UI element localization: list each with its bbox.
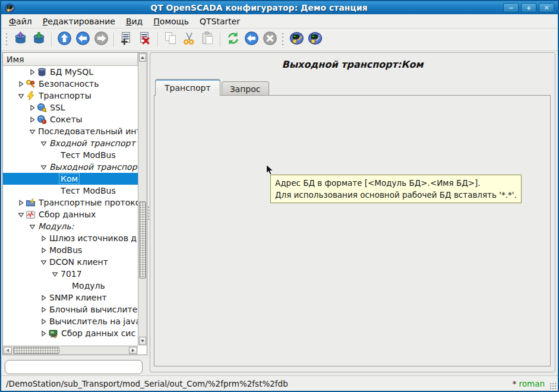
- titlebar[interactable]: QT OpenSCADA конфигуратор: Демо станция …: [1, 1, 558, 14]
- refresh-button[interactable]: [224, 31, 242, 49]
- refresh-icon: [226, 31, 241, 48]
- cut-item-button[interactable]: [180, 31, 198, 49]
- add-item-icon: [119, 31, 134, 48]
- tree-item-label: Ком: [59, 174, 79, 184]
- chevron-down-icon: [141, 340, 144, 342]
- load-from-db-button[interactable]: [11, 31, 30, 49]
- save-to-db-button[interactable]: [30, 31, 48, 49]
- tree-item[interactable]: Модуль: [3, 280, 138, 292]
- protocols-icon: [26, 198, 36, 207]
- tree-item-label: Модуль: [71, 281, 106, 290]
- scroll-left-button[interactable]: [4, 347, 12, 354]
- toolbar-separator: [157, 33, 159, 47]
- expander-open-icon[interactable]: [50, 270, 59, 277]
- tree-horizontal-scrollbar[interactable]: [3, 346, 138, 355]
- close-button[interactable]: ✕: [539, 3, 554, 12]
- expander-open-icon[interactable]: [39, 258, 48, 265]
- menu-item-5[interactable]: QTStarter: [194, 15, 245, 28]
- start-circle-icon: [244, 31, 259, 48]
- expander-closed-icon[interactable]: [28, 116, 37, 123]
- expander-open-icon[interactable]: [28, 223, 37, 230]
- tree-item[interactable]: Шлюз источников д: [3, 232, 138, 244]
- tree-item[interactable]: DCON клиент: [3, 256, 138, 268]
- stop-button: [261, 31, 279, 49]
- tree-item-label: 7017: [59, 269, 83, 279]
- tree-item[interactable]: Сбор данных: [3, 208, 138, 220]
- minimize-button[interactable]: −: [503, 3, 519, 12]
- tree-item[interactable]: Сокеты: [3, 113, 138, 125]
- tree-item[interactable]: SNMP клиент: [3, 292, 138, 304]
- menu-item-3[interactable]: Вид: [121, 15, 148, 28]
- tree-item[interactable]: Входной транспорт: [3, 137, 138, 149]
- horizontal-scroll-thumb[interactable]: [13, 347, 59, 354]
- tree-item[interactable]: Транспорты: [3, 90, 138, 102]
- tree-item-label: Последовательный инт: [37, 127, 138, 136]
- expander-closed-icon[interactable]: [39, 246, 48, 254]
- tree-filter-input[interactable]: [5, 360, 143, 374]
- qtstarter-tool-button[interactable]: [306, 31, 324, 49]
- tree-item-selected[interactable]: Ком: [3, 173, 138, 185]
- scroll-down-button[interactable]: [139, 337, 146, 345]
- start-button[interactable]: [242, 31, 261, 49]
- expander-closed-icon[interactable]: [39, 330, 48, 337]
- expander-closed-icon[interactable]: [17, 199, 26, 206]
- tree-item[interactable]: Сбор данных сис: [3, 327, 138, 339]
- ssl-icon: [37, 103, 47, 112]
- expander-open-icon[interactable]: [17, 92, 26, 99]
- expander-open-icon[interactable]: [39, 140, 48, 147]
- tree-item[interactable]: 7017: [3, 268, 138, 280]
- expander-closed-icon[interactable]: [39, 294, 48, 301]
- add-item-button[interactable]: [118, 31, 136, 49]
- tree-header[interactable]: Имя: [3, 53, 138, 66]
- back-button[interactable]: [74, 31, 92, 49]
- scroll-right-button[interactable]: [129, 347, 137, 354]
- menu-item-4[interactable]: Помощь: [148, 15, 194, 28]
- expander-open-icon[interactable]: [28, 128, 37, 135]
- toolbar-grip[interactable]: [282, 33, 285, 47]
- tree-vertical-scrollbar[interactable]: [138, 53, 147, 346]
- menu-item-1[interactable]: Файл: [4, 15, 37, 28]
- toolbar-grip[interactable]: [5, 33, 9, 47]
- tree-item[interactable]: Блочный вычислите: [3, 304, 138, 315]
- menu-item-2[interactable]: Редактирование: [37, 15, 121, 28]
- tree-item[interactable]: Безопасность: [3, 78, 138, 90]
- tree-item-label: БД MySQL: [49, 67, 94, 77]
- delete-item-button[interactable]: [136, 31, 154, 49]
- tree-item[interactable]: Выходной транспор: [3, 161, 138, 173]
- navigation-tree: БД MySQLБезопасностьТранспортыSSLСокетыП…: [3, 66, 138, 346]
- window-title: QT OpenSCADA конфигуратор: Демо станция: [15, 3, 503, 12]
- tree-item[interactable]: Вычислитель на java: [3, 315, 138, 327]
- tree-item[interactable]: Тест ModBus: [3, 185, 138, 197]
- tree-item[interactable]: Модуль:: [3, 220, 138, 232]
- expander-placeholder: [50, 187, 59, 194]
- tree-item-label: Блочный вычислите: [48, 305, 138, 314]
- expander-closed-icon[interactable]: [39, 235, 48, 242]
- expander-closed-icon[interactable]: [39, 306, 48, 313]
- tree-item[interactable]: Транспортные протоко: [3, 197, 138, 208]
- tree-item-label: Транспорты: [37, 91, 93, 100]
- expander-open-icon[interactable]: [17, 211, 26, 218]
- expander-closed-icon[interactable]: [28, 68, 37, 75]
- tree-item[interactable]: БД MySQL: [3, 66, 138, 78]
- daq-icon: [26, 210, 36, 219]
- expander-closed-icon[interactable]: [28, 104, 37, 111]
- up-level-button[interactable]: [55, 31, 74, 49]
- status-user[interactable]: * roman: [512, 379, 545, 388]
- tree-item[interactable]: Последовательный инт: [3, 125, 138, 137]
- tree-item-label: Безопасность: [37, 79, 100, 88]
- expander-closed-icon[interactable]: [17, 80, 26, 87]
- user-name: roman: [519, 379, 545, 388]
- expander-closed-icon[interactable]: [39, 318, 48, 325]
- expander-open-icon[interactable]: [39, 163, 48, 170]
- toolbar-separator: [51, 33, 52, 47]
- vertical-scroll-thumb[interactable]: [139, 201, 146, 279]
- resize-grip[interactable]: [549, 382, 557, 390]
- tree-item[interactable]: SSL: [3, 102, 138, 113]
- tab-request[interactable]: Запрос: [222, 81, 269, 96]
- qtstarter-dev-button[interactable]: [288, 31, 306, 49]
- scroll-up-button[interactable]: [139, 53, 146, 62]
- maximize-button[interactable]: +: [521, 3, 536, 12]
- tab-transport[interactable]: Транспорт: [155, 79, 220, 96]
- tree-item[interactable]: Тест ModBus: [3, 149, 138, 161]
- tree-item[interactable]: ModBus: [3, 244, 138, 256]
